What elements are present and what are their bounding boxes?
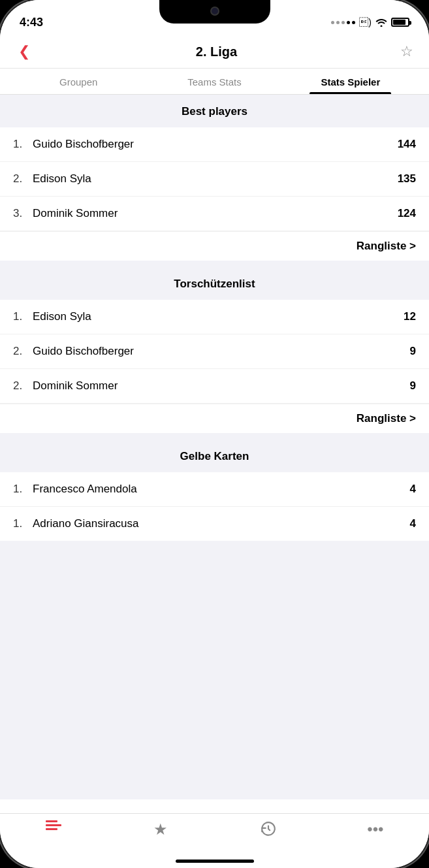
- player-value-t1: 12: [404, 310, 416, 323]
- table-row: 2. Dominik Sommer 9: [0, 369, 429, 404]
- more-icon: •••: [367, 820, 383, 839]
- section-divider-1: [0, 261, 429, 267]
- rank-1: 1.: [13, 138, 33, 151]
- tab-teams-stats[interactable]: Teams Stats: [146, 69, 282, 94]
- torschuetzenlist-list: 1. Edison Syla 12 2. Guido Bischofberger…: [0, 300, 429, 433]
- rank-g1: 1.: [13, 483, 33, 496]
- list-icon: [46, 820, 61, 830]
- tab-bar: Groupen Teams Stats Stats Spieler: [0, 69, 429, 95]
- player-name-t2: Guido Bischofberger: [33, 345, 410, 358]
- table-row: 1. Adriano Giansiracusa 4: [0, 507, 429, 541]
- section-header-torschuetzenlist: Torschützenlist: [0, 267, 429, 300]
- battery-icon: [391, 18, 409, 27]
- bottom-tab-favorites[interactable]: ★: [107, 820, 214, 839]
- section-best-players: Best players 1. Guido Bischofberger 144 …: [0, 95, 429, 261]
- dot-2: [336, 21, 340, 24]
- tab-groupen[interactable]: Groupen: [10, 69, 146, 94]
- player-value-t2: 9: [410, 345, 416, 358]
- section-header-best-players: Best players: [0, 95, 429, 127]
- section-header-gelbe-karten: Gelbe Karten: [0, 440, 429, 472]
- notch: [159, 0, 270, 24]
- section-gelbe-karten: Gelbe Karten 1. Francesco Amendola 4 1. …: [0, 440, 429, 541]
- bottom-tab-more[interactable]: •••: [322, 820, 429, 839]
- table-row: 1. Francesco Amendola 4: [0, 472, 429, 507]
- favorite-button[interactable]: ☆: [400, 43, 413, 60]
- section-torschuetzenlist: Torschützenlist 1. Edison Syla 12 2. Gui…: [0, 267, 429, 433]
- wifi-icon-svg: [375, 18, 387, 27]
- rank-t2: 2.: [13, 345, 33, 358]
- player-value-1: 144: [398, 138, 416, 151]
- rangliste-row-2: Rangliste >: [0, 404, 429, 433]
- rank-g2: 1.: [13, 517, 33, 530]
- dot-3: [342, 21, 345, 24]
- table-row: 1. Guido Bischofberger 144: [0, 127, 429, 162]
- player-name-g1: Francesco Amendola: [33, 483, 410, 496]
- tab-stats-spieler[interactable]: Stats Spieler: [283, 69, 419, 94]
- rangliste-link-1[interactable]: Rangliste >: [357, 240, 416, 253]
- table-row: 1. Edison Syla 12: [0, 300, 429, 334]
- table-row: 2. Guido Bischofberger 9: [0, 334, 429, 369]
- camera: [210, 7, 219, 16]
- dot-1: [331, 21, 334, 24]
- bottom-tab-list[interactable]: [0, 820, 107, 830]
- player-name-g2: Adriano Giansiracusa: [33, 517, 410, 530]
- page-title: 2. Liga: [196, 44, 237, 59]
- bottom-tab-history[interactable]: [215, 820, 322, 837]
- best-players-list: 1. Guido Bischofberger 144 2. Edison Syl…: [0, 127, 429, 261]
- rank-t3: 2.: [13, 379, 33, 393]
- battery-fill: [393, 20, 405, 25]
- home-indicator: [176, 860, 254, 863]
- player-name-2: Edison Syla: [33, 172, 398, 185]
- player-value-g1: 4: [410, 483, 416, 496]
- player-value-t3: 9: [410, 379, 416, 393]
- history-icon: [260, 820, 277, 837]
- status-time: 4:43: [20, 16, 43, 29]
- player-value-g2: 4: [410, 517, 416, 530]
- table-row: 3. Dominik Sommer 124: [0, 197, 429, 231]
- player-value-3: 124: [398, 207, 416, 220]
- dot-4: [347, 21, 350, 24]
- table-row: 2. Edison Syla 135: [0, 162, 429, 197]
- back-button[interactable]: ❮: [16, 40, 33, 63]
- wifi-icon: ): [359, 17, 372, 27]
- rank-t1: 1.: [13, 310, 33, 323]
- phone-frame: 4:43 ) ❮ 2. Liga ☆: [0, 0, 429, 868]
- content-area: Best players 1. Guido Bischofberger 144 …: [0, 95, 429, 799]
- player-name-1: Guido Bischofberger: [33, 138, 398, 151]
- player-name-t3: Dominik Sommer: [33, 379, 410, 393]
- player-name-t1: Edison Syla: [33, 310, 404, 323]
- rank-3: 3.: [13, 207, 33, 220]
- bottom-bar: ★ •••: [0, 813, 429, 868]
- rank-2: 2.: [13, 172, 33, 185]
- star-icon: ★: [153, 820, 168, 839]
- rangliste-row-1: Rangliste >: [0, 231, 429, 261]
- signal-dots: [331, 21, 355, 24]
- section-divider-2: [0, 433, 429, 440]
- player-name-3: Dominik Sommer: [33, 207, 398, 220]
- gelbe-karten-list: 1. Francesco Amendola 4 1. Adriano Gians…: [0, 472, 429, 541]
- nav-bar: ❮ 2. Liga ☆: [0, 35, 429, 69]
- rangliste-link-2[interactable]: Rangliste >: [357, 412, 416, 425]
- dot-5: [352, 21, 355, 24]
- player-value-2: 135: [398, 172, 416, 185]
- status-icons: ): [331, 17, 409, 27]
